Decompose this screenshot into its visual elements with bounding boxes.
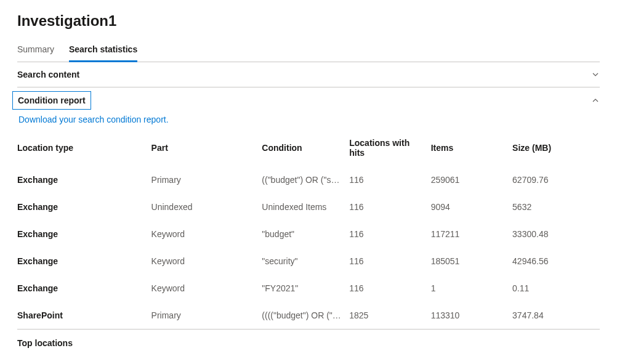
cell-locations-with-hits: 116 — [349, 193, 430, 220]
cell-location-type: Exchange — [17, 220, 151, 248]
section-condition-report: Condition report Download your search co… — [17, 87, 600, 330]
tabs: Summary Search statistics — [17, 41, 600, 62]
column-header-items: Items — [431, 133, 512, 166]
cell-size: 3747.84 — [512, 302, 600, 329]
cell-part: Unindexed — [151, 193, 262, 220]
cell-items: 113310 — [431, 302, 512, 329]
cell-items: 1 — [431, 275, 512, 302]
cell-condition: Unindexed Items — [262, 193, 349, 220]
cell-condition: "security" — [262, 248, 349, 275]
cell-locations-with-hits: 1825 — [349, 302, 430, 329]
cell-condition: (((("budget") OR ("se… — [262, 302, 349, 329]
cell-condition: "FY2021" — [262, 275, 349, 302]
cell-locations-with-hits: 116 — [349, 166, 430, 193]
column-header-locations-with-hits: Locations with hits — [349, 133, 430, 166]
cell-size: 62709.76 — [512, 166, 600, 193]
cell-part: Primary — [151, 166, 262, 193]
section-title-top-locations[interactable]: Top locations — [17, 330, 600, 352]
cell-items: 259061 — [431, 166, 512, 193]
section-title-search-content: Search content — [17, 70, 79, 79]
cell-locations-with-hits: 116 — [349, 248, 430, 275]
cell-locations-with-hits: 116 — [349, 275, 430, 302]
section-header-search-content[interactable]: Search content — [17, 62, 600, 87]
cell-location-type: Exchange — [17, 166, 151, 193]
download-condition-report-link[interactable]: Download your search condition report. — [17, 113, 600, 133]
cell-part: Keyword — [151, 275, 262, 302]
condition-report-table: Location type Part Condition Locations w… — [17, 133, 600, 329]
cell-size: 0.11 — [512, 275, 600, 302]
cell-condition: "budget" — [262, 220, 349, 248]
cell-items: 117211 — [431, 220, 512, 248]
cell-part: Keyword — [151, 220, 262, 248]
cell-condition: (("budget") OR ("sec… — [262, 166, 349, 193]
column-header-condition: Condition — [262, 133, 349, 166]
chevron-down-icon — [591, 70, 600, 79]
column-header-size: Size (MB) — [512, 133, 600, 166]
table-row: ExchangeKeyword"FY2021"11610.11 — [17, 275, 600, 302]
cell-location-type: Exchange — [17, 275, 151, 302]
tab-search-statistics[interactable]: Search statistics — [69, 41, 137, 62]
cell-location-type: Exchange — [17, 193, 151, 220]
table-row: ExchangeUnindexedUnindexed Items11690945… — [17, 193, 600, 220]
cell-location-type: SharePoint — [17, 302, 151, 329]
cell-part: Primary — [151, 302, 262, 329]
cell-size: 33300.48 — [512, 220, 600, 248]
cell-size: 42946.56 — [512, 248, 600, 275]
table-row: ExchangeKeyword"budget"11611721133300.48 — [17, 220, 600, 248]
cell-size: 5632 — [512, 193, 600, 220]
table-row: ExchangeKeyword"security"11618505142946.… — [17, 248, 600, 275]
table-header-row: Location type Part Condition Locations w… — [17, 133, 600, 166]
cell-part: Keyword — [151, 248, 262, 275]
section-header-condition-report[interactable]: Condition report — [17, 87, 600, 113]
table-row: ExchangePrimary(("budget") OR ("sec…1162… — [17, 166, 600, 193]
column-header-part: Part — [151, 133, 262, 166]
page-title: Investigation1 — [17, 12, 600, 30]
section-title-condition-report: Condition report — [12, 91, 91, 110]
cell-items: 185051 — [431, 248, 512, 275]
chevron-up-icon — [591, 96, 600, 105]
cell-location-type: Exchange — [17, 248, 151, 275]
cell-items: 9094 — [431, 193, 512, 220]
cell-locations-with-hits: 116 — [349, 220, 430, 248]
column-header-location-type: Location type — [17, 133, 151, 166]
table-row: SharePointPrimary(((("budget") OR ("se…1… — [17, 302, 600, 329]
section-search-content: Search content — [17, 62, 600, 87]
tab-summary[interactable]: Summary — [17, 41, 54, 62]
